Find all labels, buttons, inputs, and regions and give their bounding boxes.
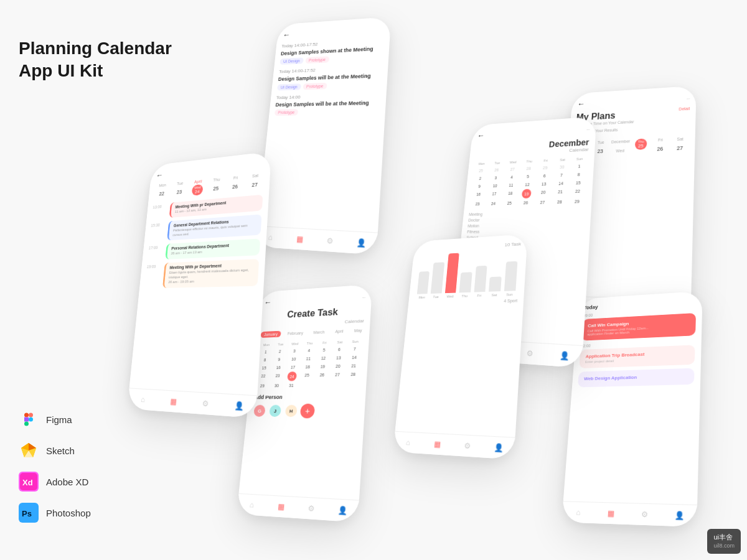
phone-bar-chart-content: 10 Task Mon Tue Wed Thu Fri — [393, 234, 528, 460]
nav-calendar-7[interactable]: ▦ — [604, 506, 618, 520]
phone-create-task-header: ← ... — [264, 292, 366, 307]
phone-my-plans-header: ← ... — [577, 93, 690, 108]
nav-calendar-4[interactable]: ▦ — [275, 500, 288, 513]
svg-rect-1 — [29, 413, 33, 418]
phone-main: ← Mon 22 Tue 23 April Wed 24 Thu 25 — [127, 151, 271, 418]
phone-top-center-content: ← Today 14:00-17:52 Design Samples shown… — [255, 17, 391, 255]
nav-home[interactable]: ⌂ — [137, 393, 149, 406]
phone-top-center-nav: ⌂ ▦ ⚙ 👤 — [255, 226, 378, 255]
phone-top-center-header: ← — [283, 24, 385, 40]
nav-home-7[interactable]: ⌂ — [572, 506, 585, 519]
schedule-event-campaign[interactable]: Call Win Campaign Call With Promotion Un… — [581, 313, 696, 341]
plans-fri: Fri 26 — [651, 138, 669, 155]
add-person-button[interactable]: + — [300, 404, 316, 419]
nav-settings[interactable]: ⚙ — [199, 396, 212, 411]
title-block: Planning Calendar App UI Kit — [19, 37, 172, 83]
nav-profile-4[interactable]: 👤 — [336, 503, 349, 518]
nav-settings-7[interactable]: ⚙ — [638, 508, 651, 521]
event-row-3: 17:00 Personal Relations Department 26 a… — [148, 239, 260, 261]
phone-create-task-nav: ⌂ ▦ ⚙ 👤 — [237, 493, 359, 523]
back-arrow-3[interactable]: ← — [477, 131, 485, 140]
nav-home-5[interactable]: ⌂ — [402, 436, 414, 449]
nav-settings-3[interactable]: ⚙ — [524, 347, 537, 361]
adobe-xd-icon: Xd — [19, 472, 39, 492]
nav-profile[interactable]: 👤 — [232, 399, 246, 413]
bar-thu: Thu — [459, 272, 472, 298]
plans-sat: Sat 27 — [671, 137, 689, 155]
create-task-calendar: Mon Tue Wed Thu Fri Sat Sun 1234567 8910… — [255, 338, 363, 390]
figma-label: Figma — [46, 414, 72, 425]
back-arrow-4[interactable]: ← — [264, 298, 272, 307]
event-webdesign-title: Web Design Application — [584, 373, 688, 381]
design-title-3: Design Samples will be at the Meeting — [275, 100, 380, 108]
month-may[interactable]: May — [350, 327, 364, 334]
svg-text:Ps: Ps — [22, 509, 32, 518]
bar-mon: Mon — [416, 271, 430, 299]
bar-fri: Fri — [474, 266, 487, 297]
add-person-title: Add Person — [254, 394, 359, 401]
adobe-xd-label: Adobe XD — [46, 477, 88, 487]
tool-item-sketch: Sketch — [19, 441, 91, 460]
month-april[interactable]: April — [331, 328, 347, 335]
timeline: 13:00 Meeting With pr Department 11 am -… — [144, 195, 263, 289]
nav-calendar[interactable]: ▦ — [167, 394, 180, 408]
month-tabs: January February March April May June — [260, 327, 364, 338]
schedule-event-webdesign[interactable]: Web Design Application — [578, 368, 695, 388]
day-mon: Mon 22 — [154, 182, 171, 200]
event-personal-relations[interactable]: Personal Relations Department 26 am - 17… — [165, 239, 260, 259]
phone-main-content: ← Mon 22 Tue 23 April Wed 24 Thu 25 — [127, 151, 271, 418]
phone-bar-chart-nav: ⌂ ▦ ⚙ 👤 — [393, 431, 515, 460]
today-marker[interactable]: 19 — [522, 189, 532, 198]
more-dots-3[interactable]: ... — [687, 95, 690, 100]
phone-top-right-header: ← ... — [477, 124, 590, 140]
event-row-2: 15:30 General Department Relations Pelle… — [149, 214, 262, 241]
month-march[interactable]: March — [309, 329, 328, 335]
nav-settings-4[interactable]: ⚙ — [304, 502, 317, 515]
plans-thu-active[interactable]: Thu 25 — [632, 138, 650, 156]
photoshop-icon: Ps — [19, 503, 39, 523]
phone-main-nav: ⌂ ▦ ⚙ 👤 — [127, 388, 257, 418]
back-arrow[interactable]: ← — [156, 170, 164, 180]
bar-wed: Wed — [444, 253, 459, 299]
month-january[interactable]: January — [260, 331, 281, 338]
design-date-3: Today 14:00 — [276, 92, 380, 100]
svg-rect-2 — [24, 418, 29, 422]
svg-rect-3 — [24, 422, 29, 426]
more-dots-2[interactable]: ... — [362, 294, 366, 299]
tag-ui-design: UI Design — [280, 57, 303, 65]
nav-calendar-5[interactable]: ▦ — [431, 437, 444, 451]
sketch-label: Sketch — [46, 446, 75, 456]
back-arrow-2[interactable]: ← — [283, 30, 291, 40]
event-meeting-pr2[interactable]: Meeting With pr Department Etiam ligula … — [162, 259, 259, 287]
event-row-4: 19:00 Meeting With pr Department Etiam l… — [144, 259, 259, 288]
avatar-justin: J — [268, 404, 283, 418]
nav-profile-7[interactable]: 👤 — [672, 508, 686, 522]
month-february[interactable]: February — [284, 330, 307, 337]
nav-home-4[interactable]: ⌂ — [245, 498, 258, 512]
event-meeting-pr[interactable]: Meeting With pr Department 11 am - 12 am… — [169, 195, 263, 218]
schedule-event-broadcast[interactable]: Application Trip Broadcast Enter project… — [579, 345, 695, 368]
main-title-line1: Planning Calendar — [19, 37, 172, 60]
tag-prototype-2: Prototype — [303, 83, 327, 90]
event-general-dept[interactable]: General Department Relations Pellentesqu… — [167, 214, 261, 241]
nav-profile-5[interactable]: 👤 — [492, 441, 505, 455]
nav-calendar-2[interactable]: ▦ — [293, 232, 306, 246]
photoshop-label: Photoshop — [46, 508, 91, 518]
avatar-hans: H — [284, 404, 299, 418]
back-arrow-5[interactable]: ← — [577, 100, 585, 109]
tag-prototype: Prototype — [305, 56, 329, 63]
day-wed-active[interactable]: April Wed 24 — [189, 179, 206, 197]
nav-settings-2[interactable]: ⚙ — [323, 234, 336, 248]
nav-profile-2[interactable]: 👤 — [354, 236, 368, 250]
detail-link[interactable]: Detail — [679, 106, 690, 111]
svg-rect-0 — [24, 413, 29, 418]
tool-item-figma: Figma — [19, 409, 91, 429]
figma-icon — [19, 409, 39, 429]
nav-profile-3[interactable]: 👤 — [558, 348, 571, 363]
nav-settings-5[interactable]: ⚙ — [461, 439, 474, 453]
day-tue: Tue 23 — [171, 180, 189, 198]
phone-top-center: ← Today 14:00-17:52 Design Samples shown… — [255, 17, 391, 255]
tool-item-adobe-xd: Xd Adobe XD — [19, 472, 91, 492]
bar-tue: Tue — [430, 262, 444, 299]
more-dots[interactable]: ... — [586, 126, 590, 131]
